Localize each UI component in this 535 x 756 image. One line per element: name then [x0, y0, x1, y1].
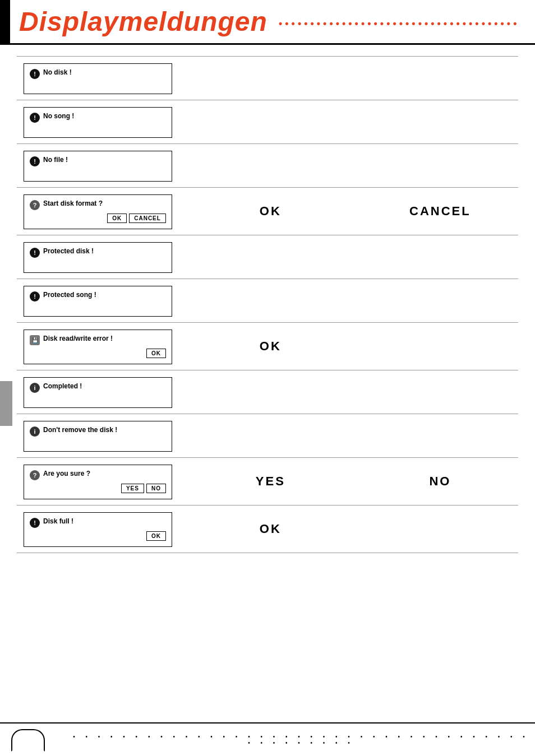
btn-are-you-sure-yes[interactable]: YES — [121, 484, 144, 493]
col3-protected-disk — [362, 235, 518, 279]
warning-icon: ! — [30, 69, 40, 79]
footer-dots: • • • • • • • • • • • • • • • • • • • • … — [45, 734, 535, 746]
display-box-dont-remove: iDon't remove the disk ! — [24, 421, 172, 452]
display-cell-start-disk-format: ?Start disk format ?OKCANCEL — [17, 188, 179, 235]
display-box-no-song: !No song ! — [24, 107, 172, 138]
col3-disk-rw-error — [362, 323, 518, 370]
display-cell-no-file: !No file ! — [17, 144, 179, 188]
disk-icon: 💾 — [30, 335, 40, 345]
message-label-start-disk-format: Start disk format ? — [43, 200, 103, 207]
table-row-protected-disk: !Protected disk ! — [17, 235, 518, 279]
btn-start-disk-format-ok[interactable]: OK — [107, 214, 127, 223]
col2-disk-rw-error: OK — [179, 323, 362, 370]
col2-protected-song — [179, 279, 362, 323]
display-box-completed: iCompleted ! — [24, 377, 172, 408]
col3-no-file — [362, 144, 518, 188]
display-cell-dont-remove: iDon't remove the disk ! — [17, 414, 179, 458]
display-cell-protected-song: !Protected song ! — [17, 279, 179, 323]
table-row-dont-remove: iDon't remove the disk ! — [17, 414, 518, 458]
col3-disk-full — [362, 505, 518, 553]
col2-are-you-sure: YES — [179, 458, 362, 505]
message-label-protected-song: Protected song ! — [43, 291, 96, 299]
display-box-disk-rw-error: 💾Disk read/write error !OK — [24, 330, 172, 364]
message-label-no-song: No song ! — [43, 112, 74, 120]
table-row-protected-song: !Protected song ! — [17, 279, 518, 323]
page-footer: • • • • • • • • • • • • • • • • • • • • … — [0, 722, 535, 756]
btn-start-disk-format-cancel[interactable]: CANCEL — [129, 214, 166, 223]
warning-icon: ! — [30, 156, 40, 166]
col3-are-you-sure: NO — [362, 458, 518, 505]
message-label-completed: Completed ! — [43, 382, 82, 390]
table-row-no-file: !No file ! — [17, 144, 518, 188]
col2-no-disk — [179, 57, 362, 100]
table-row-disk-full: !Disk full !OKOK — [17, 505, 518, 553]
message-label-protected-disk: Protected disk ! — [43, 247, 94, 255]
display-box-disk-full: !Disk full !OK — [24, 512, 172, 547]
display-cell-no-disk: !No disk ! — [17, 57, 179, 100]
col2-dont-remove — [179, 414, 362, 458]
side-tab — [0, 381, 12, 426]
warning-icon: ! — [30, 248, 40, 258]
col2-protected-disk — [179, 235, 362, 279]
display-cell-no-song: !No song ! — [17, 100, 179, 144]
table-row-completed: iCompleted ! — [17, 370, 518, 414]
display-cell-protected-disk: !Protected disk ! — [17, 235, 179, 279]
display-box-protected-song: !Protected song ! — [24, 286, 172, 317]
main-content: !No disk !!No song !!No file !?Start dis… — [0, 50, 535, 564]
display-cell-disk-rw-error: 💾Disk read/write error !OK — [17, 323, 179, 370]
display-cell-disk-full: !Disk full !OK — [17, 505, 179, 553]
btn-are-you-sure-no[interactable]: NO — [146, 484, 166, 493]
info-icon: i — [30, 426, 40, 437]
table-row-no-disk: !No disk ! — [17, 57, 518, 100]
col2-completed — [179, 370, 362, 414]
btn-disk-rw-error-ok[interactable]: OK — [146, 349, 166, 358]
col2-disk-full: OK — [179, 505, 362, 553]
col3-protected-song — [362, 279, 518, 323]
message-label-disk-full: Disk full ! — [43, 517, 73, 525]
display-box-start-disk-format: ?Start disk format ?OKCANCEL — [24, 194, 172, 229]
table-row-disk-rw-error: 💾Disk read/write error !OKOK — [17, 323, 518, 370]
warning-icon: ! — [30, 291, 40, 302]
col3-completed — [362, 370, 518, 414]
message-label-disk-rw-error: Disk read/write error ! — [43, 335, 113, 342]
btn-disk-full-ok[interactable]: OK — [146, 531, 166, 541]
col3-start-disk-format: CANCEL — [362, 188, 518, 235]
col3-no-disk — [362, 57, 518, 100]
message-label-no-disk: No disk ! — [43, 68, 72, 76]
display-cell-are-you-sure: ?Are you sure ?YESNO — [17, 458, 179, 505]
col3-dont-remove — [362, 414, 518, 458]
question-icon: ? — [30, 470, 40, 480]
warning-icon: ! — [30, 518, 40, 528]
header-accent-bar — [0, 0, 10, 43]
footer-tab — [11, 729, 45, 752]
display-cell-completed: iCompleted ! — [17, 370, 179, 414]
col2-no-file — [179, 144, 362, 188]
display-box-no-disk: !No disk ! — [24, 63, 172, 94]
message-label-are-you-sure: Are you sure ? — [43, 470, 90, 477]
page-header: Displaymeldungen •••••••••••••••••••••••… — [0, 0, 535, 45]
info-icon: i — [30, 383, 40, 393]
messages-table: !No disk !!No song !!No file !?Start dis… — [17, 56, 518, 553]
table-row-start-disk-format: ?Start disk format ?OKCANCELOKCANCEL — [17, 188, 518, 235]
warning-icon: ! — [30, 113, 40, 123]
table-row-no-song: !No song ! — [17, 100, 518, 144]
message-label-no-file: No file ! — [43, 156, 68, 164]
question-icon: ? — [30, 200, 40, 210]
col2-no-song — [179, 100, 362, 144]
display-box-no-file: !No file ! — [24, 151, 172, 182]
page-title: Displaymeldungen •••••••••••••••••••••••… — [19, 0, 535, 43]
message-label-dont-remove: Don't remove the disk ! — [43, 426, 117, 434]
display-box-protected-disk: !Protected disk ! — [24, 242, 172, 273]
display-box-are-you-sure: ?Are you sure ?YESNO — [24, 465, 172, 499]
col2-start-disk-format: OK — [179, 188, 362, 235]
table-row-are-you-sure: ?Are you sure ?YESNOYESNO — [17, 458, 518, 505]
col3-no-song — [362, 100, 518, 144]
